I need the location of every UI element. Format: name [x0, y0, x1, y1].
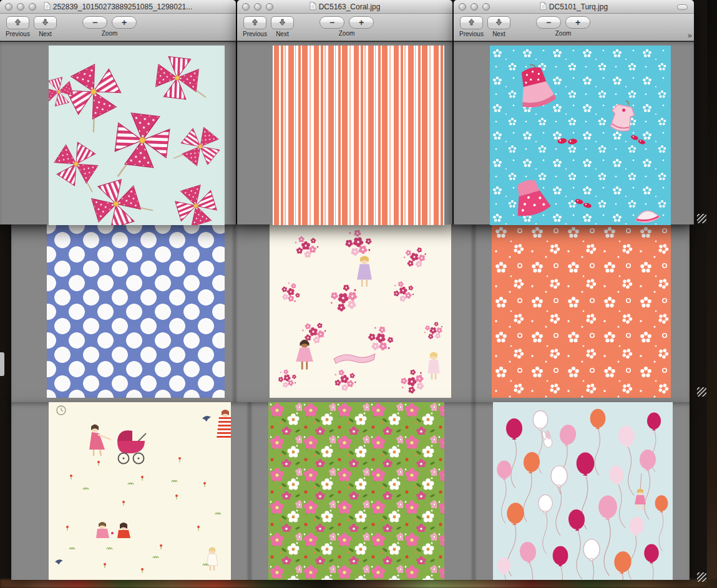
previous-label: Previous [6, 31, 30, 37]
arrow-down-icon [41, 18, 49, 28]
traffic-lights [5, 3, 36, 11]
desktop-photo-right-edge [707, 0, 717, 588]
minus-icon: − [546, 18, 551, 27]
ditsy-floral-fabric-art [492, 224, 671, 398]
fabric-image-children-pram [49, 402, 231, 580]
image-canvas [237, 42, 452, 224]
desktop-photo-strip [0, 579, 717, 588]
resize-grip[interactable] [697, 214, 706, 223]
window-seam [470, 402, 477, 580]
previous-label: Previous [459, 31, 484, 37]
document-icon [310, 2, 316, 12]
zoom-window-button[interactable] [29, 3, 36, 11]
minus-icon: − [92, 18, 97, 27]
zoom-in-button[interactable]: + [565, 16, 590, 29]
window-title: DC5101_Turq.jpg [540, 2, 608, 12]
close-button[interactable] [5, 3, 12, 11]
zoom-out-button[interactable]: − [82, 16, 107, 29]
preview-window-3[interactable]: DC5101_Turq.jpg Previous Next − + [454, 0, 694, 224]
window-seam [231, 224, 238, 402]
window-title: 252839_10150273889251085_1298021... [44, 2, 193, 12]
fabric-image-balloons [493, 402, 673, 580]
background-window-edge-tab[interactable] [0, 352, 4, 376]
titlebar[interactable]: DC5101_Turq.jpg [454, 0, 694, 14]
arrow-up-icon [14, 18, 22, 28]
zoom-label: Zoom [339, 30, 355, 37]
fabric-image-coral-stripes [273, 46, 444, 225]
balloon-fabric-art [493, 402, 673, 580]
fabric-image-polka-dots [47, 224, 225, 398]
arrow-down-icon [278, 18, 286, 28]
next-button[interactable] [487, 16, 510, 29]
traffic-lights [242, 3, 273, 11]
doll-clothes-fabric-art [490, 46, 671, 225]
stripe-fabric-art [273, 46, 444, 225]
next-label: Next [276, 31, 289, 37]
previous-button[interactable] [6, 16, 29, 29]
traffic-lights [459, 3, 490, 11]
minus-icon: − [329, 18, 334, 27]
resize-grip[interactable] [697, 572, 706, 582]
zoom-out-button[interactable]: − [536, 16, 561, 29]
arrow-up-icon [467, 18, 476, 28]
next-label: Next [39, 31, 52, 37]
window-seam [246, 402, 253, 580]
toolbar-toggle-button[interactable] [677, 4, 688, 10]
titlebar[interactable]: DC5163_Coral.jpg [237, 0, 452, 14]
titlebar[interactable]: 252839_10150273889251085_1298021... [0, 0, 236, 14]
window-title: DC5163_Coral.jpg [310, 2, 381, 12]
minimize-button[interactable] [17, 3, 24, 11]
polka-dot-fabric-art [47, 224, 225, 398]
toolbar: Previous Next − + Zoom [237, 14, 452, 41]
arrow-down-icon [495, 18, 503, 28]
fabric-image-green-floral [268, 402, 444, 580]
previous-button[interactable] [243, 16, 266, 29]
pinwheel-fabric-art [49, 46, 225, 225]
zoom-label: Zoom [555, 30, 572, 37]
zoom-in-button[interactable]: + [112, 16, 137, 29]
window-title-text: 252839_10150273889251085_1298021... [53, 2, 193, 11]
preview-window-2[interactable]: DC5163_Coral.jpg Previous Next − + Z [237, 0, 452, 224]
next-button[interactable] [34, 16, 57, 29]
background-window-row-middle[interactable] [11, 224, 690, 402]
minimize-button[interactable] [254, 3, 261, 11]
toolbar: Previous Next − + Zoom » [454, 14, 694, 41]
green-floral-fabric-art [268, 402, 444, 580]
previous-button[interactable] [460, 16, 483, 29]
document-icon [540, 2, 547, 12]
arrow-up-icon [251, 18, 259, 28]
close-button[interactable] [242, 3, 250, 11]
window-title-text: DC5101_Turq.jpg [549, 2, 608, 11]
zoom-out-button[interactable]: − [319, 16, 344, 29]
flower-girls-fabric-art [270, 224, 451, 398]
image-canvas [454, 42, 694, 224]
toolbar: Previous Next − + Zoom [0, 14, 236, 41]
document-icon [44, 2, 51, 12]
close-button[interactable] [459, 3, 466, 11]
fabric-image-pinwheels [49, 46, 225, 225]
preview-window-1[interactable]: 252839_10150273889251085_1298021... Prev… [0, 0, 236, 224]
plus-icon: + [122, 18, 127, 27]
window-seam [470, 224, 477, 402]
zoom-label: Zoom [102, 30, 118, 37]
zoom-in-button[interactable]: + [349, 16, 374, 29]
background-window-row-bottom[interactable] [11, 402, 690, 580]
next-button[interactable] [271, 16, 294, 29]
fabric-image-turquoise-clothes [490, 46, 671, 225]
zoom-window-button[interactable] [266, 3, 273, 11]
zoom-window-button[interactable] [482, 3, 490, 11]
image-canvas [0, 42, 236, 224]
minimize-button[interactable] [471, 3, 478, 11]
plus-icon: + [359, 18, 364, 27]
previous-label: Previous [243, 31, 267, 37]
fabric-image-flower-girls [270, 224, 451, 398]
children-pram-fabric-art [49, 402, 231, 580]
window-title-text: DC5163_Coral.jpg [319, 2, 381, 11]
toolbar-overflow-chevron[interactable]: » [688, 31, 692, 40]
resize-grip[interactable] [697, 387, 706, 397]
fabric-image-coral-ditsy [492, 224, 671, 398]
plus-icon: + [575, 18, 580, 27]
next-label: Next [492, 31, 505, 37]
